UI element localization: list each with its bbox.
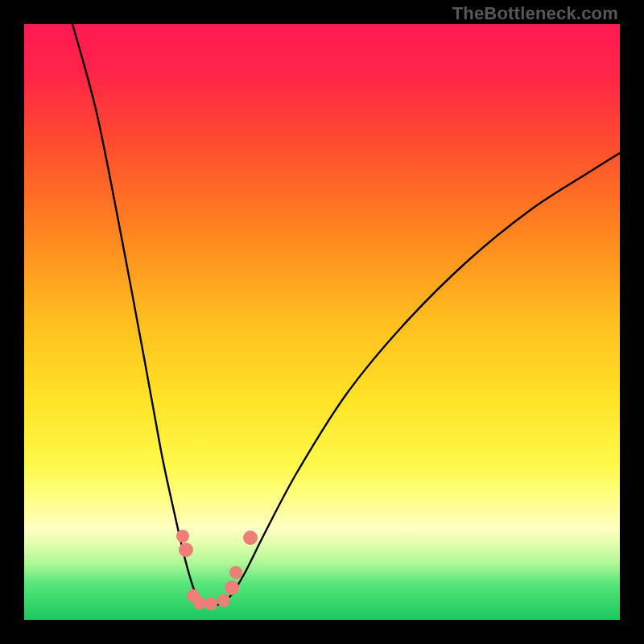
- data-marker: [229, 566, 242, 579]
- chart-frame: TheBottleneck.com: [0, 0, 644, 644]
- bottleneck-curve-left: [72, 24, 209, 605]
- data-marker: [225, 580, 239, 595]
- bottleneck-curve-right: [209, 153, 620, 605]
- data-marker: [204, 597, 217, 610]
- data-marker: [193, 597, 206, 609]
- data-marker: [179, 543, 193, 557]
- data-marker: [176, 530, 189, 543]
- data-marker: [243, 530, 258, 545]
- data-marker: [217, 594, 230, 607]
- watermark: TheBottleneck.com: [452, 3, 618, 24]
- curve-layer: [24, 24, 620, 620]
- plot-area: [24, 24, 620, 620]
